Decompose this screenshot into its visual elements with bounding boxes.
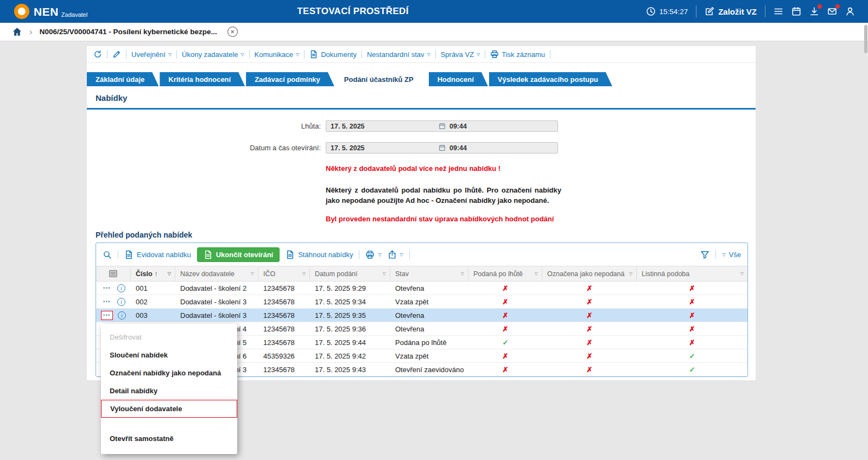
- separator: [359, 250, 359, 259]
- cell-stav: Otevření zaevidováno: [390, 363, 468, 376]
- opening-date-input[interactable]: 17. 5. 2025: [331, 144, 439, 152]
- cell-listinna-mark: ✗: [637, 282, 747, 295]
- calendar-icon[interactable]: [439, 123, 446, 130]
- komunikace-label: Komunikace: [255, 50, 294, 59]
- cell-oznacena-mark: ✗: [542, 336, 637, 349]
- breadcrumb-item[interactable]: N006/25/V00004741 - Posílení kybernetick…: [40, 28, 217, 36]
- stahnout-nabidky-button[interactable]: Stáhnout nabídky: [286, 250, 353, 259]
- cell-datum: 17. 5. 2025 9:29: [310, 282, 390, 295]
- edit-icon: [705, 7, 714, 16]
- top-bar: NEN Zadavatel TESTOVACÍ PROSTŘEDÍ 15:54:…: [0, 0, 868, 23]
- column-listinna[interactable]: Listinná podoba▽: [637, 266, 747, 281]
- cell-ico: 45359326: [258, 349, 310, 362]
- menu-item-vylouceni-dodavatele[interactable]: Vyloučení dodavatele: [101, 400, 237, 418]
- separator: [715, 250, 716, 259]
- filter-dropdown-icon[interactable]: ▽: [535, 271, 538, 276]
- app-name: NEN: [34, 6, 59, 17]
- history-button[interactable]: [93, 50, 102, 59]
- main-menu-button[interactable]: [774, 7, 783, 16]
- column-datum[interactable]: Datum podání▽: [310, 266, 390, 281]
- profile-button[interactable]: [845, 7, 855, 16]
- ukoncit-oteviranni-button[interactable]: Ukončit otevírání: [197, 247, 280, 262]
- edit-record-button[interactable]: [112, 50, 121, 59]
- search-button[interactable]: [103, 250, 112, 259]
- cell-oznacena-mark: ✗: [542, 282, 637, 295]
- filter-dropdown-icon[interactable]: ▽: [302, 271, 306, 276]
- opening-time-input[interactable]: 09:44: [449, 144, 467, 152]
- column-ico[interactable]: IČO▽: [258, 266, 310, 281]
- opening-field[interactable]: 17. 5. 2025 09:44: [326, 142, 558, 154]
- command-toolbar: Uveřejnění▽ Úkony zadavatele▽ Komunikace…: [87, 46, 756, 63]
- chevron-icon: ›: [29, 27, 33, 37]
- komunikace-menu[interactable]: Komunikace▽: [255, 50, 300, 59]
- deadline-field[interactable]: 17. 5. 2025 09:44: [326, 120, 558, 132]
- cell-ico: 12345678: [258, 295, 310, 308]
- row-menu-button[interactable]: •••: [102, 298, 112, 306]
- table-row-selected[interactable]: •••i 003 Dodavatel - školení 3 12345678 …: [96, 309, 747, 322]
- ukony-zadavatele-menu[interactable]: Úkony zadavatele▽: [182, 50, 244, 59]
- tab-kriteria-hodnoceni[interactable]: Kritéria hodnocení: [160, 72, 245, 86]
- filter-dropdown-icon[interactable]: ▽: [629, 271, 632, 276]
- filter-dropdown-icon[interactable]: ▽: [168, 271, 171, 276]
- filter-dropdown-icon[interactable]: ▽: [383, 271, 386, 276]
- scrollbar-thumb[interactable]: [864, 25, 867, 53]
- menu-item-detail-nabidky[interactable]: Detail nabídky: [101, 382, 237, 400]
- filter-dropdown-icon[interactable]: ▽: [461, 271, 464, 276]
- tab-hodnoceni[interactable]: Hodnocení: [429, 72, 488, 86]
- column-cislo[interactable]: Číslo↑▽: [131, 266, 175, 281]
- cell-datum: 17. 5. 2025 9:34: [310, 295, 390, 308]
- view-all-dropdown[interactable]: ▽Vše: [722, 251, 741, 259]
- tisk-zaznamu-button[interactable]: Tisk záznamu: [490, 50, 545, 59]
- row-menu-button[interactable]: •••: [102, 284, 112, 292]
- info-icon[interactable]: i: [117, 298, 125, 306]
- info-icon[interactable]: i: [117, 284, 125, 292]
- home-button[interactable]: [12, 27, 22, 37]
- create-vz-button[interactable]: Založit VZ: [705, 7, 757, 16]
- close-tab-button[interactable]: ×: [227, 27, 238, 37]
- column-stav[interactable]: Stav▽: [390, 266, 468, 281]
- filter-dropdown-icon[interactable]: ▽: [740, 271, 744, 276]
- document-icon: [286, 250, 295, 259]
- filter-dropdown-icon[interactable]: ▽: [251, 271, 254, 276]
- column-nazev[interactable]: Název dodavatele▽: [175, 266, 258, 281]
- downloads-button[interactable]: [809, 7, 819, 16]
- row-menu-button-active[interactable]: •••: [101, 311, 113, 320]
- export-dropdown[interactable]: ▽: [388, 250, 403, 259]
- table-row[interactable]: •••i 001 Dodavatel - školení 2 12345678 …: [96, 282, 747, 295]
- print-dropdown[interactable]: ▽: [365, 250, 381, 259]
- tab-vysledek[interactable]: Výsledek zadávacího postupu: [489, 72, 612, 86]
- menu-item-oznaceni-nepodana[interactable]: Označení nabídky jako nepodaná: [101, 364, 237, 382]
- column-podana[interactable]: Podaná po lhůtě▽: [468, 266, 542, 281]
- tab-podani-ucastniku[interactable]: Podání účastníků ZP: [335, 72, 428, 86]
- column-settings-cell[interactable]: [96, 266, 131, 281]
- document-icon: [309, 50, 318, 59]
- calendar-icon[interactable]: [439, 144, 446, 151]
- table-row[interactable]: •••i 002 Dodavatel - školení 3 12345678 …: [96, 295, 747, 309]
- deadline-time-input[interactable]: 09:44: [449, 123, 467, 130]
- filter-button[interactable]: [700, 250, 709, 259]
- dokumenty-button[interactable]: Dokumenty: [309, 50, 357, 59]
- separator: [249, 50, 250, 59]
- tab-zadavaci-podminky[interactable]: Zadávací podmínky: [246, 72, 334, 86]
- deadline-date-input[interactable]: 17. 5. 2025: [331, 123, 439, 130]
- calendar-button[interactable]: [791, 7, 801, 16]
- cell-datum: 17. 5. 2025 9:43: [310, 363, 390, 376]
- grid-toolbar: Evidovat nabídku Ukončit otevírání Stáhn…: [96, 243, 747, 266]
- sprava-vz-menu[interactable]: Správa VZ▽: [441, 50, 480, 59]
- evidovat-nabidku-button[interactable]: Evidovat nabídku: [124, 250, 191, 259]
- tab-zakladni-udaje[interactable]: Základní údaje: [87, 72, 159, 86]
- column-oznacena[interactable]: Označena jako nepodaná▽: [542, 266, 637, 281]
- messages-button[interactable]: [827, 7, 837, 16]
- cell-cislo: 001: [131, 282, 175, 295]
- cell-podana-mark: ✗: [468, 322, 542, 335]
- cell-podana-mark: ✗: [468, 349, 542, 362]
- nestandardni-stav-menu[interactable]: Nestandardní stav▽: [367, 50, 430, 59]
- menu-item-slouceni-nabidek[interactable]: Sloučení nabídek: [101, 346, 237, 364]
- warning-multiple-bids: Některý z dodavatelů podal více než jedn…: [326, 164, 561, 173]
- info-icon[interactable]: i: [118, 311, 126, 320]
- nen-logo-icon[interactable]: [14, 4, 29, 19]
- chevron-down-icon: ▽: [477, 52, 480, 57]
- menu-item-otevrit-samostatne[interactable]: Otevřít samostatně: [101, 430, 237, 448]
- uverejneni-menu[interactable]: Uveřejnění▽: [131, 50, 172, 59]
- pencil-icon: [112, 50, 121, 59]
